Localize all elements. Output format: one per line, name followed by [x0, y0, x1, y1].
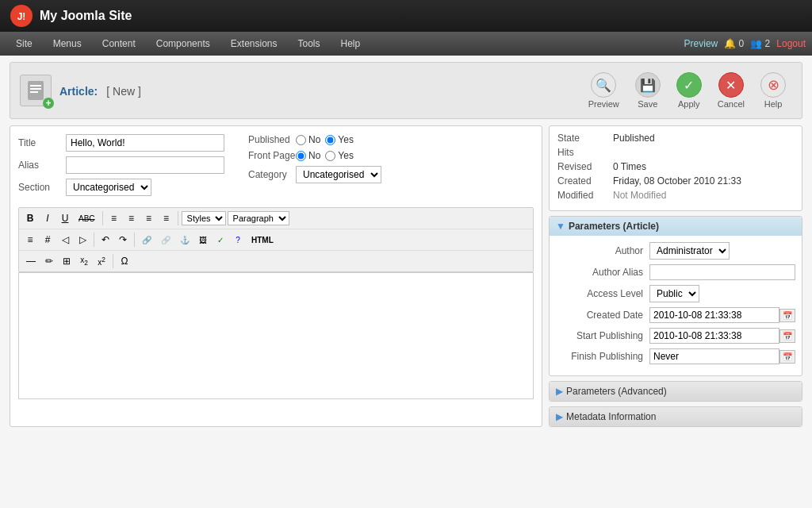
frontpage-no-label[interactable]: No [296, 150, 320, 161]
italic-button[interactable]: I [40, 210, 56, 226]
start-publishing-picker[interactable]: 📅 [779, 329, 795, 343]
undo-button[interactable]: ↶ [98, 232, 113, 248]
author-select[interactable]: Administrator [649, 242, 730, 260]
created-date-input[interactable] [649, 307, 779, 323]
access-level-select[interactable]: Public [649, 285, 699, 302]
author-alias-label: Author Alias [556, 267, 643, 278]
frontpage-yes-label[interactable]: Yes [325, 150, 354, 161]
apply-button[interactable]: ✓ Apply [670, 69, 708, 112]
logout-button[interactable]: Logout [776, 38, 806, 49]
underline-button[interactable]: U [57, 210, 73, 226]
bold-button[interactable]: B [22, 210, 38, 226]
section-label: Section [18, 182, 66, 193]
top-bar: J! My Joomla Site [0, 0, 812, 32]
editor-area[interactable]: | [18, 272, 534, 399]
finish-publishing-row: Finish Publishing 📅 [556, 348, 795, 364]
published-label: Published [248, 134, 296, 145]
left-panel: Title Alias Section Uncategorised [10, 125, 542, 427]
joomla-icon: J! [10, 4, 33, 28]
modified-row: Modified Not Modified [557, 190, 794, 201]
created-date-row: Created Date 📅 [556, 307, 795, 323]
metadata-header[interactable]: ▶ Metadata Information [550, 407, 802, 426]
alias-input[interactable] [66, 156, 224, 174]
save-icon: 💾 [635, 72, 661, 98]
help-button[interactable]: ⊗ Help [754, 69, 792, 112]
info-box: State Published Hits Revised 0 Times Cre… [549, 125, 802, 211]
nav-content[interactable]: Content [93, 35, 145, 52]
title-input[interactable] [66, 134, 224, 152]
help-editor-button[interactable]: ? [230, 233, 246, 247]
published-no-label[interactable]: No [296, 134, 320, 145]
form-right-col: Published No Yes Front Page No Yes [248, 134, 381, 201]
nav-site[interactable]: Site [6, 35, 42, 52]
category-select[interactable]: Uncategorised [296, 166, 381, 183]
editor-row3: — ✏ ⊞ x2 x2 Ω [19, 251, 533, 271]
author-alias-input[interactable] [649, 264, 795, 280]
align-left-button[interactable]: ≡ [106, 210, 122, 226]
outdent-button[interactable]: ◁ [57, 232, 73, 248]
redo-button[interactable]: ↷ [115, 232, 131, 248]
nav-tools[interactable]: Tools [289, 35, 330, 52]
align-right-button[interactable]: ≡ [141, 210, 157, 226]
strikethrough-button[interactable]: ABC [75, 212, 99, 225]
nav-components[interactable]: Components [147, 35, 220, 52]
metadata-section: ▶ Metadata Information [549, 406, 802, 427]
published-yes-radio[interactable] [325, 135, 335, 145]
cancel-button[interactable]: ✕ Cancel [711, 69, 751, 112]
nav-menus[interactable]: Menus [44, 35, 91, 52]
page-title: Article: [ New ] [59, 83, 141, 99]
hr-button[interactable]: — [22, 253, 40, 269]
separator [102, 211, 103, 225]
html-button[interactable]: HTML [247, 233, 278, 247]
anchor-button[interactable]: ⚓ [176, 233, 193, 247]
special-char-button[interactable]: Ω [117, 253, 132, 269]
frontpage-no-radio[interactable] [296, 151, 306, 161]
params-article-header[interactable]: ▼ Parameters (Article) [550, 217, 802, 236]
unlink-button[interactable]: 🔗 [157, 233, 174, 247]
paragraph-select[interactable]: Paragraph [228, 211, 289, 225]
ol-button[interactable]: # [40, 232, 56, 248]
ul-button[interactable]: ≡ [22, 232, 38, 248]
preview-button[interactable]: 🔍 Preview [582, 69, 626, 112]
params-advanced-header[interactable]: ▶ Parameters (Advanced) [550, 382, 802, 401]
table-button[interactable]: ⊞ [59, 253, 75, 269]
published-no-radio[interactable] [296, 135, 306, 145]
svg-rect-4 [30, 88, 41, 90]
navbar: Site Menus Content Components Extensions… [0, 32, 812, 56]
finish-publishing-input[interactable] [649, 348, 779, 364]
cleanup-button[interactable]: ✓ [213, 233, 228, 247]
preview-link[interactable]: Preview [684, 38, 718, 49]
frontpage-label: Front Page [248, 150, 296, 161]
svg-rect-3 [30, 85, 41, 87]
edit-table-button[interactable]: ✏ [41, 253, 57, 269]
site-title: My Joomla Site [40, 9, 132, 23]
published-yes-label[interactable]: Yes [325, 134, 354, 145]
nav-help[interactable]: Help [331, 35, 370, 52]
logo: J! My Joomla Site [10, 4, 132, 28]
start-publishing-input[interactable] [649, 328, 779, 344]
nav-extensions[interactable]: Extensions [221, 35, 287, 52]
indent-button[interactable]: ▷ [75, 232, 90, 248]
styles-select[interactable]: Styles [182, 211, 226, 225]
subscript-button[interactable]: x2 [76, 253, 92, 269]
superscript-button[interactable]: x2 [94, 253, 109, 269]
image-button[interactable]: 🖼 [195, 233, 211, 247]
created-date-picker[interactable]: 📅 [779, 309, 795, 322]
hits-key: Hits [557, 147, 613, 158]
frontpage-yes-radio[interactable] [325, 151, 335, 161]
separator2 [178, 211, 178, 225]
section-select[interactable]: Uncategorised [66, 179, 151, 196]
start-publishing-label: Start Publishing [556, 330, 643, 341]
link-button[interactable]: 🔗 [138, 233, 155, 247]
svg-rect-2 [28, 81, 44, 100]
align-center-button[interactable]: ≡ [124, 210, 140, 226]
created-date-label: Created Date [556, 310, 643, 321]
access-level-row: Access Level Public [556, 285, 795, 302]
finish-publishing-picker[interactable]: 📅 [779, 350, 795, 364]
title-row: Title [18, 134, 224, 152]
justify-button[interactable]: ≡ [159, 210, 174, 226]
save-button[interactable]: 💾 Save [629, 69, 667, 112]
created-row: Created Friday, 08 October 2010 21:33 [557, 175, 794, 187]
main-area: Title Alias Section Uncategorised [10, 125, 802, 427]
editor-row1: B I U ABC ≡ ≡ ≡ ≡ Styles Paragraph [19, 208, 533, 229]
